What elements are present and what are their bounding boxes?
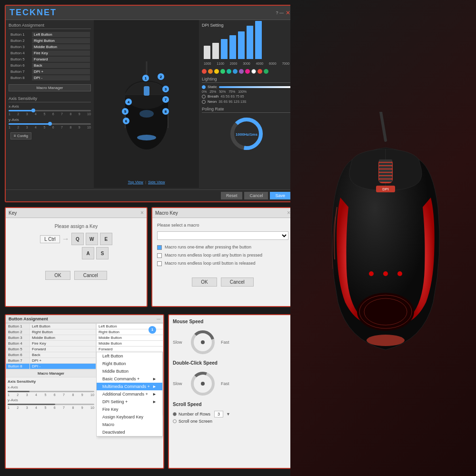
lighting-section: Lighting Static 0%25%50%75%100% Breath 4… xyxy=(202,77,291,104)
side-view-tab[interactable]: Side View xyxy=(148,180,165,184)
window-controls[interactable]: ? — ✕ xyxy=(276,10,290,16)
ctx-left-button[interactable]: Left Button xyxy=(97,352,162,360)
key-input-box[interactable]: L Ctrl xyxy=(40,235,60,243)
table-row: Button 2Right Button xyxy=(6,329,96,335)
color-dot-white[interactable] xyxy=(251,69,256,74)
ctx-fire-key[interactable]: Fire Key xyxy=(97,406,162,413)
key-q-button[interactable]: Q xyxy=(71,233,84,245)
x-axis-slider-bottom[interactable]: 12345678910 xyxy=(8,391,94,397)
color-dot-teal[interactable] xyxy=(227,69,231,74)
key-dialog-header: Key × xyxy=(6,208,147,218)
mouse-fast-label: Fast xyxy=(221,340,233,345)
badge-1: 1 xyxy=(149,326,156,334)
macro-dialog-close[interactable]: × xyxy=(287,209,290,216)
svg-rect-3 xyxy=(144,86,149,96)
mouse-visual: DPI xyxy=(300,29,471,457)
key-s-button[interactable]: S xyxy=(96,247,109,259)
lighting-static-radio[interactable] xyxy=(202,85,206,89)
ctx-dpi-setting[interactable]: DPI Setting + xyxy=(97,398,162,406)
key-dialog-title: Key xyxy=(9,210,17,216)
key-ok-button[interactable]: OK xyxy=(45,271,70,280)
y-axis-slider[interactable]: 12345678910 xyxy=(9,123,91,129)
table-row-highlighted[interactable]: Button 8DPI - xyxy=(6,364,96,369)
lighting-static-numbers: 0%25%50%75%100% xyxy=(202,90,291,93)
macro-manager-button[interactable]: Macro Manager xyxy=(9,84,91,91)
key-a-button[interactable]: A xyxy=(82,247,94,259)
color-dot-red[interactable] xyxy=(202,69,207,74)
table-row: Button 1Left Button xyxy=(6,324,96,329)
dpi-bar-6[interactable] xyxy=(247,26,253,59)
scroll-rows-radio[interactable] xyxy=(173,412,177,416)
key-input-row: L Ctrl → Q W E xyxy=(40,233,112,245)
button-assignment-table-bottom: Button 1Left Button Button 2Right Button… xyxy=(6,323,96,369)
macro-checkbox-2[interactable] xyxy=(157,253,162,258)
ctx-basic-commands[interactable]: Basic Commands + xyxy=(97,375,162,383)
lighting-breath-radio[interactable] xyxy=(202,95,206,99)
svg-point-48 xyxy=(383,271,388,276)
bottom-assignment-body: Button 1Left Button Button 2Right Button… xyxy=(6,323,163,466)
mouse-speed-knob[interactable] xyxy=(188,328,217,357)
dpi-bar-2[interactable] xyxy=(212,43,219,59)
color-dot-pink[interactable] xyxy=(245,69,250,74)
ctx-additional-commands[interactable]: Additional Commands + xyxy=(97,390,162,398)
svg-text:3: 3 xyxy=(164,87,167,91)
config-button[interactable]: ≡ Config xyxy=(10,132,31,139)
dpi-bar-1[interactable] xyxy=(204,46,210,59)
macro-cancel-button[interactable]: Cancel xyxy=(221,278,254,287)
macro-key-dialog: Macro Key × Please select a macro Macro … xyxy=(151,207,294,307)
color-dot-green[interactable] xyxy=(220,69,225,74)
svg-point-6 xyxy=(137,135,156,140)
scroll-screen-radio[interactable] xyxy=(173,419,177,423)
reset-button[interactable]: Reset xyxy=(221,192,243,199)
ctx-assign-keyboard[interactable]: Assign Keyboard Key xyxy=(97,413,162,421)
color-dot-green2[interactable] xyxy=(264,69,268,74)
view-tabs[interactable]: Top View | Side View xyxy=(128,180,165,184)
key-row-2: A S xyxy=(82,247,109,259)
y-axis-slider-bottom[interactable]: 12345678910 xyxy=(8,404,94,409)
svg-text:1: 1 xyxy=(144,76,147,80)
double-click-knob[interactable] xyxy=(188,369,217,398)
tecknet-window-header: TECKNET ? — ✕ xyxy=(6,6,294,20)
color-dot-red2[interactable] xyxy=(258,69,262,74)
color-dot-blue[interactable] xyxy=(233,69,238,74)
macro-ok-button[interactable]: OK xyxy=(192,278,217,287)
save-button[interactable]: Save xyxy=(270,192,290,199)
dpi-bar-7[interactable] xyxy=(255,21,262,59)
color-dot-yellow[interactable] xyxy=(214,69,219,74)
bottom-assignment-panel: Button Assignment — Button 1Left Button … xyxy=(5,314,164,469)
ctx-macro[interactable]: Macro xyxy=(97,421,162,428)
double-click-slow: Slow xyxy=(173,381,185,386)
macro-checkbox-1[interactable] xyxy=(157,245,162,250)
key-dialog-close[interactable]: × xyxy=(140,209,144,216)
ctx-right-button[interactable]: Right Button xyxy=(97,360,162,367)
lighting-neon-radio[interactable] xyxy=(202,100,206,104)
ctx-deactivated[interactable]: Deactivated xyxy=(97,428,162,436)
macro-checkbox-3[interactable] xyxy=(157,261,162,266)
x-axis-slider[interactable]: 12345678910 xyxy=(9,110,91,116)
ctx-middle-button[interactable]: Middle Button xyxy=(97,367,162,375)
submenu[interactable]: Media Player Next Track Previous Track S… xyxy=(163,352,163,414)
scroll-rows-label: Number of Rows xyxy=(178,412,210,416)
axis-sensitivity-section: Axis Sensitivity x-Axis 12345678910 y-Ax… xyxy=(9,96,91,129)
lighting-breath-numbers: 4S 5S 6S 75 85 xyxy=(221,95,291,98)
macro-select-dropdown[interactable] xyxy=(157,231,288,240)
context-menu[interactable]: Left Button Right Button Middle Button B… xyxy=(96,352,163,436)
cancel-button[interactable]: Cancel xyxy=(244,192,268,199)
key-e-button[interactable]: E xyxy=(100,233,112,245)
key-w-button[interactable]: W xyxy=(86,233,98,245)
dpi-bar-3[interactable] xyxy=(221,39,228,59)
axis-sensitivity-title: Axis Sensitivity xyxy=(9,96,91,102)
table-row: Button 7DPI + xyxy=(6,358,96,364)
key-cancel-button[interactable]: Cancel xyxy=(74,271,107,280)
top-view-tab[interactable]: Top View xyxy=(128,180,143,184)
color-dot-orange[interactable] xyxy=(208,69,213,74)
color-dot-purple[interactable] xyxy=(239,69,244,74)
lighting-static-row: Static xyxy=(202,85,291,89)
x-axis-label-bottom: x-Axis xyxy=(8,385,94,389)
rows-value[interactable]: 3 xyxy=(214,411,223,417)
dpi-bar-4[interactable] xyxy=(229,35,236,59)
ctx-multimedia-commands[interactable]: Multimedia Commands + xyxy=(97,383,162,390)
svg-text:2: 2 xyxy=(159,75,162,79)
button-list-section: Button 1Left Button Button 2Right Button… xyxy=(6,323,96,466)
dpi-bar-5[interactable] xyxy=(238,31,245,59)
